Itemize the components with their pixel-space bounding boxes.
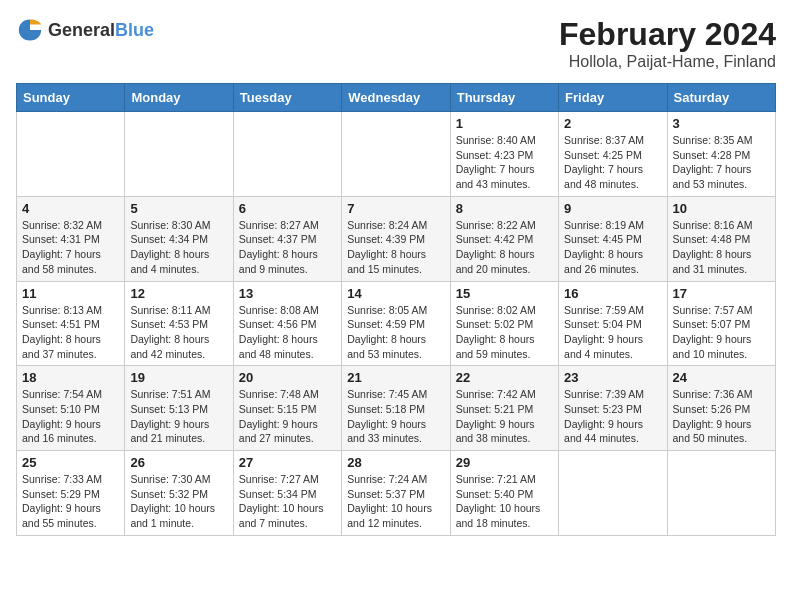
week-row-3: 11Sunrise: 8:13 AMSunset: 4:51 PMDayligh… [17,281,776,366]
calendar-cell: 15Sunrise: 8:02 AMSunset: 5:02 PMDayligh… [450,281,558,366]
calendar-cell: 7Sunrise: 8:24 AMSunset: 4:39 PMDaylight… [342,196,450,281]
day-info: Sunrise: 7:54 AMSunset: 5:10 PMDaylight:… [22,387,119,446]
day-number: 7 [347,201,444,216]
weekday-header-friday: Friday [559,84,667,112]
calendar-table: SundayMondayTuesdayWednesdayThursdayFrid… [16,83,776,536]
calendar-cell: 24Sunrise: 7:36 AMSunset: 5:26 PMDayligh… [667,366,775,451]
calendar-cell [17,112,125,197]
week-row-1: 1Sunrise: 8:40 AMSunset: 4:23 PMDaylight… [17,112,776,197]
weekday-header-monday: Monday [125,84,233,112]
day-info: Sunrise: 8:27 AMSunset: 4:37 PMDaylight:… [239,218,336,277]
weekday-header-thursday: Thursday [450,84,558,112]
calendar-cell: 29Sunrise: 7:21 AMSunset: 5:40 PMDayligh… [450,451,558,536]
day-info: Sunrise: 8:19 AMSunset: 4:45 PMDaylight:… [564,218,661,277]
day-number: 16 [564,286,661,301]
weekday-header-wednesday: Wednesday [342,84,450,112]
day-info: Sunrise: 8:08 AMSunset: 4:56 PMDaylight:… [239,303,336,362]
calendar-cell [342,112,450,197]
day-info: Sunrise: 8:40 AMSunset: 4:23 PMDaylight:… [456,133,553,192]
day-info: Sunrise: 8:02 AMSunset: 5:02 PMDaylight:… [456,303,553,362]
day-number: 28 [347,455,444,470]
logo-icon [16,16,44,44]
day-number: 11 [22,286,119,301]
day-info: Sunrise: 8:37 AMSunset: 4:25 PMDaylight:… [564,133,661,192]
calendar-cell: 26Sunrise: 7:30 AMSunset: 5:32 PMDayligh… [125,451,233,536]
calendar-cell: 9Sunrise: 8:19 AMSunset: 4:45 PMDaylight… [559,196,667,281]
page-header: GeneralBlue February 2024 Hollola, Paija… [16,16,776,71]
day-info: Sunrise: 7:59 AMSunset: 5:04 PMDaylight:… [564,303,661,362]
calendar-cell: 6Sunrise: 8:27 AMSunset: 4:37 PMDaylight… [233,196,341,281]
day-number: 14 [347,286,444,301]
day-info: Sunrise: 7:21 AMSunset: 5:40 PMDaylight:… [456,472,553,531]
day-number: 22 [456,370,553,385]
day-info: Sunrise: 7:33 AMSunset: 5:29 PMDaylight:… [22,472,119,531]
calendar-cell [233,112,341,197]
calendar-cell: 28Sunrise: 7:24 AMSunset: 5:37 PMDayligh… [342,451,450,536]
day-info: Sunrise: 7:45 AMSunset: 5:18 PMDaylight:… [347,387,444,446]
calendar-cell: 4Sunrise: 8:32 AMSunset: 4:31 PMDaylight… [17,196,125,281]
day-info: Sunrise: 7:30 AMSunset: 5:32 PMDaylight:… [130,472,227,531]
calendar-cell: 3Sunrise: 8:35 AMSunset: 4:28 PMDaylight… [667,112,775,197]
day-number: 12 [130,286,227,301]
day-number: 10 [673,201,770,216]
day-info: Sunrise: 8:35 AMSunset: 4:28 PMDaylight:… [673,133,770,192]
day-info: Sunrise: 8:13 AMSunset: 4:51 PMDaylight:… [22,303,119,362]
day-number: 15 [456,286,553,301]
day-number: 24 [673,370,770,385]
calendar-cell: 25Sunrise: 7:33 AMSunset: 5:29 PMDayligh… [17,451,125,536]
week-row-5: 25Sunrise: 7:33 AMSunset: 5:29 PMDayligh… [17,451,776,536]
day-info: Sunrise: 7:42 AMSunset: 5:21 PMDaylight:… [456,387,553,446]
day-info: Sunrise: 7:27 AMSunset: 5:34 PMDaylight:… [239,472,336,531]
day-info: Sunrise: 8:30 AMSunset: 4:34 PMDaylight:… [130,218,227,277]
day-number: 13 [239,286,336,301]
calendar-cell: 19Sunrise: 7:51 AMSunset: 5:13 PMDayligh… [125,366,233,451]
day-info: Sunrise: 8:32 AMSunset: 4:31 PMDaylight:… [22,218,119,277]
logo-text: GeneralBlue [48,20,154,41]
calendar-cell: 17Sunrise: 7:57 AMSunset: 5:07 PMDayligh… [667,281,775,366]
day-number: 27 [239,455,336,470]
weekday-header-row: SundayMondayTuesdayWednesdayThursdayFrid… [17,84,776,112]
title-area: February 2024 Hollola, Paijat-Hame, Finl… [559,16,776,71]
day-info: Sunrise: 7:48 AMSunset: 5:15 PMDaylight:… [239,387,336,446]
day-info: Sunrise: 8:22 AMSunset: 4:42 PMDaylight:… [456,218,553,277]
day-info: Sunrise: 8:16 AMSunset: 4:48 PMDaylight:… [673,218,770,277]
day-number: 9 [564,201,661,216]
day-number: 1 [456,116,553,131]
day-number: 29 [456,455,553,470]
logo-general: General [48,20,115,40]
calendar-cell: 27Sunrise: 7:27 AMSunset: 5:34 PMDayligh… [233,451,341,536]
day-info: Sunrise: 7:36 AMSunset: 5:26 PMDaylight:… [673,387,770,446]
calendar-cell: 1Sunrise: 8:40 AMSunset: 4:23 PMDaylight… [450,112,558,197]
day-number: 6 [239,201,336,216]
day-info: Sunrise: 8:24 AMSunset: 4:39 PMDaylight:… [347,218,444,277]
calendar-cell: 10Sunrise: 8:16 AMSunset: 4:48 PMDayligh… [667,196,775,281]
day-info: Sunrise: 7:51 AMSunset: 5:13 PMDaylight:… [130,387,227,446]
calendar-cell: 14Sunrise: 8:05 AMSunset: 4:59 PMDayligh… [342,281,450,366]
logo-blue: Blue [115,20,154,40]
month-title: February 2024 [559,16,776,53]
day-number: 19 [130,370,227,385]
day-number: 3 [673,116,770,131]
weekday-header-tuesday: Tuesday [233,84,341,112]
day-number: 18 [22,370,119,385]
calendar-cell: 21Sunrise: 7:45 AMSunset: 5:18 PMDayligh… [342,366,450,451]
calendar-cell [559,451,667,536]
calendar-cell [125,112,233,197]
day-number: 5 [130,201,227,216]
day-info: Sunrise: 8:05 AMSunset: 4:59 PMDaylight:… [347,303,444,362]
weekday-header-sunday: Sunday [17,84,125,112]
calendar-cell: 5Sunrise: 8:30 AMSunset: 4:34 PMDaylight… [125,196,233,281]
calendar-cell: 16Sunrise: 7:59 AMSunset: 5:04 PMDayligh… [559,281,667,366]
day-number: 2 [564,116,661,131]
day-info: Sunrise: 7:57 AMSunset: 5:07 PMDaylight:… [673,303,770,362]
calendar-cell: 20Sunrise: 7:48 AMSunset: 5:15 PMDayligh… [233,366,341,451]
calendar-cell: 2Sunrise: 8:37 AMSunset: 4:25 PMDaylight… [559,112,667,197]
calendar-cell: 18Sunrise: 7:54 AMSunset: 5:10 PMDayligh… [17,366,125,451]
day-number: 17 [673,286,770,301]
day-info: Sunrise: 7:24 AMSunset: 5:37 PMDaylight:… [347,472,444,531]
day-number: 20 [239,370,336,385]
day-number: 21 [347,370,444,385]
day-number: 8 [456,201,553,216]
weekday-header-saturday: Saturday [667,84,775,112]
logo: GeneralBlue [16,16,154,44]
